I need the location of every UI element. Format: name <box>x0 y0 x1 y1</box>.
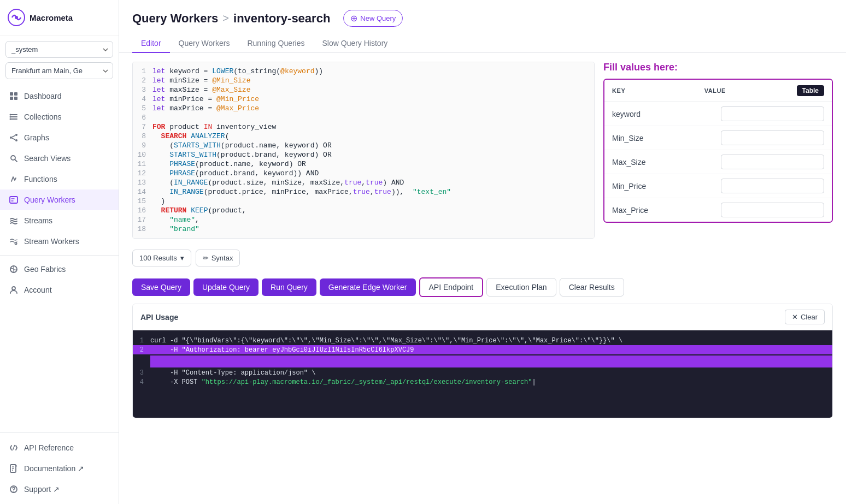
breadcrumb-separator: > <box>222 12 229 25</box>
sidebar-item-streams[interactable]: Streams <box>0 210 119 231</box>
toolbar-row: 100 Results ▾ ✏ Syntax <box>132 245 833 271</box>
generate-edge-worker-button[interactable]: Generate Edge Worker <box>320 278 416 296</box>
tab-running-queries[interactable]: Running Queries <box>238 34 313 53</box>
code-area[interactable]: 1 let keyword = LOWER(to_string(@keyword… <box>133 62 594 238</box>
code-editor-panel: 1 let keyword = LOWER(to_string(@keyword… <box>132 62 595 239</box>
account-label: Account <box>24 286 52 294</box>
plus-icon: ⊕ <box>350 13 357 23</box>
fill-col-key: KEY <box>612 87 704 94</box>
main-area: Query Workers > inventory-search ⊕ New Q… <box>119 0 846 504</box>
fill-input-max-size[interactable] <box>721 155 824 169</box>
syntax-icon: ✏ <box>203 254 209 262</box>
sidebar-item-api-reference[interactable]: API Reference <box>0 437 119 458</box>
code-line-4: 4 let minPrice = @Min_Price <box>133 94 594 104</box>
api-usage-title: API Usage <box>140 313 178 322</box>
code-line-7: 7 FOR product IN inventory_view <box>133 122 594 132</box>
svg-rect-2 <box>10 92 13 96</box>
code-line-10: 10 STARTS_WITH(product.brand, keyword) O… <box>133 150 594 159</box>
fill-values-title: Fill values here: <box>603 62 833 73</box>
sidebar-item-documentation[interactable]: Documentation ↗ <box>0 458 119 479</box>
code-line-5: 5 let maxPrice = @Max_Price <box>133 104 594 113</box>
tab-editor[interactable]: Editor <box>132 34 170 53</box>
logo-icon <box>8 9 25 26</box>
sidebar-item-search-views[interactable]: Search Views <box>0 148 119 169</box>
fill-key-keyword: keyword <box>612 110 715 118</box>
svg-rect-4 <box>10 97 13 100</box>
api-usage-panel: API Usage ✕ Clear 1 curl -d "{\"bindVars… <box>132 304 833 418</box>
streams-icon <box>9 216 19 226</box>
sidebar-item-geo-fabrics[interactable]: Geo Fabrics <box>0 259 119 280</box>
sidebar-item-dashboard[interactable]: Dashboard <box>0 86 119 106</box>
tab-query-workers[interactable]: Query Workers <box>170 34 239 53</box>
breadcrumb-row: Query Workers > inventory-search ⊕ New Q… <box>132 10 833 27</box>
header-tabs: Editor Query Workers Running Queries Slo… <box>132 34 833 52</box>
dashboard-icon <box>9 91 19 101</box>
results-dropdown[interactable]: 100 Results ▾ <box>132 250 191 266</box>
svg-point-21 <box>12 287 15 290</box>
clear-results-button[interactable]: Clear Results <box>560 278 624 297</box>
api-line-3b: 3 -H "Content-Type: application/json" \ <box>133 368 832 377</box>
tab-slow-query-history[interactable]: Slow Query History <box>314 34 397 53</box>
api-reference-icon <box>9 443 19 453</box>
sidebar-item-functions[interactable]: Functions <box>0 169 119 189</box>
sidebar-selects: _system Frankfurt am Main, Ge <box>0 35 119 82</box>
fill-row-min-price: Min_Price <box>604 174 832 198</box>
api-line-4: 4 -X POST "https://api-play.macrometa.io… <box>133 377 832 387</box>
code-line-8: 8 SEARCH ANALYZER( <box>133 132 594 141</box>
fill-key-max-size: Max_Size <box>612 158 715 167</box>
system-select[interactable]: _system <box>5 41 113 58</box>
region-select[interactable]: Frankfurt am Main, Ge <box>5 62 113 79</box>
fill-input-min-price[interactable] <box>721 179 824 193</box>
fill-row-keyword: keyword <box>604 102 832 126</box>
new-query-button[interactable]: ⊕ New Query <box>343 10 403 27</box>
fill-values-box: KEY VALUE Table keyword Min_Size Max_Siz… <box>603 79 833 223</box>
code-line-14: 14 IN_RANGE(product.price, minPrice, max… <box>133 187 594 197</box>
api-usage-header: API Usage ✕ Clear <box>133 304 832 330</box>
support-icon <box>9 484 19 494</box>
fill-row-max-price: Max_Price <box>604 198 832 222</box>
sidebar-item-support[interactable]: Support ↗ <box>0 479 119 500</box>
execution-plan-button[interactable]: Execution Plan <box>486 278 556 297</box>
code-line-1: 1 let keyword = LOWER(to_string(@keyword… <box>133 67 594 76</box>
svg-point-9 <box>10 137 12 139</box>
syntax-button[interactable]: ✏ Syntax <box>196 250 240 266</box>
geo-fabrics-label: Geo Fabrics <box>24 265 66 274</box>
sidebar-item-graphs[interactable]: Graphs <box>0 127 119 148</box>
documentation-label: Documentation ↗ <box>24 464 84 473</box>
fill-input-max-price[interactable] <box>721 203 824 217</box>
fill-input-min-size[interactable] <box>721 131 824 145</box>
run-query-button[interactable]: Run Query <box>262 278 316 296</box>
clear-label: Clear <box>801 313 818 321</box>
sidebar-nav: Dashboard Collections Graphs Search View… <box>0 82 119 432</box>
table-badge-button[interactable]: Table <box>797 85 824 96</box>
sidebar-item-collections[interactable]: Collections <box>0 106 119 127</box>
sidebar-item-stream-workers[interactable]: Stream Workers <box>0 231 119 252</box>
support-label: Support ↗ <box>24 485 60 494</box>
syntax-label: Syntax <box>212 254 233 262</box>
api-endpoint-button[interactable]: API Endpoint <box>419 277 484 297</box>
update-query-button[interactable]: Update Query <box>193 278 258 296</box>
dropdown-chevron-icon: ▾ <box>180 254 184 262</box>
streams-label: Streams <box>24 216 52 225</box>
fill-key-min-price: Min_Price <box>612 182 715 191</box>
collections-label: Collections <box>24 112 61 121</box>
clear-x-icon: ✕ <box>792 313 798 321</box>
code-line-3: 3 let maxSize = @Max_Size <box>133 85 594 94</box>
code-line-15: 15 ) <box>133 197 594 206</box>
svg-rect-16 <box>10 197 17 203</box>
stream-workers-icon <box>9 236 19 246</box>
sidebar-item-query-workers[interactable]: Query Workers <box>0 189 119 210</box>
logo-text: Macrometa <box>30 13 73 22</box>
functions-label: Functions <box>24 175 57 183</box>
fill-input-keyword[interactable] <box>721 106 824 121</box>
search-views-icon <box>9 153 19 163</box>
api-clear-button[interactable]: ✕ Clear <box>785 310 825 324</box>
sidebar-item-account[interactable]: Account <box>0 280 119 300</box>
geo-fabrics-icon <box>9 264 19 274</box>
save-query-button[interactable]: Save Query <box>132 278 190 296</box>
api-line-3 <box>133 354 832 368</box>
editor-fill-row: 1 let keyword = LOWER(to_string(@keyword… <box>132 62 833 239</box>
dashboard-label: Dashboard <box>24 92 62 100</box>
sidebar-divider <box>0 255 119 256</box>
code-line-13: 13 (IN_RANGE(product.size, minSize, maxS… <box>133 178 594 187</box>
